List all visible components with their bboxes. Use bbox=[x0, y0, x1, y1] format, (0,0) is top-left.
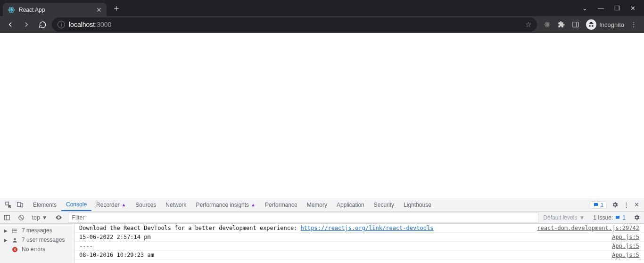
messages-count: 1 bbox=[601, 202, 603, 208]
svg-point-23 bbox=[14, 238, 16, 240]
log-levels-selector[interactable]: Default levels ▼ bbox=[538, 214, 589, 221]
devtools-tab-application[interactable]: Application bbox=[332, 198, 369, 211]
extensions-icon[interactable] bbox=[558, 21, 565, 28]
devtools-tab-sources[interactable]: Sources bbox=[131, 198, 161, 211]
svg-point-20 bbox=[12, 229, 13, 229]
log-message: Download the React DevTools for a better… bbox=[79, 225, 532, 231]
minimize-icon[interactable]: ― bbox=[598, 5, 604, 12]
svg-rect-13 bbox=[5, 215, 10, 220]
console-log-row[interactable]: ----App.js:5 bbox=[74, 242, 644, 251]
svg-line-16 bbox=[20, 216, 23, 219]
console-log-row[interactable]: Download the React DevTools for a better… bbox=[74, 224, 644, 233]
log-source-link[interactable]: App.js:5 bbox=[612, 234, 639, 240]
svg-point-0 bbox=[11, 9, 12, 11]
sidebar-label: 7 user messages bbox=[22, 237, 65, 243]
log-message: ---- bbox=[79, 243, 607, 249]
context-selector[interactable]: top ▼ bbox=[28, 214, 51, 221]
devtools-tab-recorder[interactable]: Recorder▲ bbox=[91, 198, 131, 211]
console-filter-input[interactable] bbox=[68, 212, 539, 223]
error-icon bbox=[11, 246, 18, 253]
extension-react-icon[interactable] bbox=[544, 21, 551, 28]
browser-toolbar: i localhost:3000 ☆ Incognito bbox=[0, 16, 644, 33]
window-controls: ⌄ ― ❐ ✕ bbox=[582, 5, 644, 12]
tab-strip: React App ✕ ＋ ⌄ ― ❐ ✕ bbox=[0, 0, 644, 16]
bookmark-star-icon[interactable]: ☆ bbox=[525, 20, 531, 29]
devtools-tab-performance[interactable]: Performance bbox=[260, 198, 302, 211]
log-source-link[interactable]: App.js:5 bbox=[612, 252, 639, 258]
close-window-icon[interactable]: ✕ bbox=[630, 5, 636, 12]
incognito-label: Incognito bbox=[599, 21, 624, 28]
issues-indicator[interactable]: 1 Issue: 1 bbox=[589, 214, 629, 221]
devtools-tab-elements[interactable]: Elements bbox=[28, 198, 61, 211]
clear-console-icon[interactable] bbox=[14, 214, 28, 221]
devtools-tab-memory[interactable]: Memory bbox=[302, 198, 332, 211]
issues-label: 1 Issue: bbox=[593, 214, 613, 221]
caret-icon: ▶ bbox=[4, 228, 8, 233]
context-label: top bbox=[32, 214, 40, 221]
browser-menu-icon[interactable]: ⋮ bbox=[631, 21, 636, 28]
log-link[interactable]: https://reactjs.org/link/react-devtools bbox=[301, 225, 434, 231]
url-text: localhost:3000 bbox=[69, 21, 111, 28]
console-sidebar-toggle-icon[interactable] bbox=[0, 214, 14, 221]
svg-point-22 bbox=[12, 232, 13, 232]
console-log-row[interactable]: 08-10-2016 10:29:23 amApp.js:5 bbox=[74, 251, 644, 260]
issues-count: 1 bbox=[622, 214, 626, 221]
url-host: localhost bbox=[69, 21, 95, 28]
devtools-close-icon[interactable]: ✕ bbox=[634, 201, 639, 208]
console-settings-icon[interactable] bbox=[629, 214, 644, 221]
react-icon bbox=[8, 6, 15, 14]
tab-close-icon[interactable]: ✕ bbox=[96, 6, 102, 14]
experimental-icon: ▲ bbox=[121, 202, 126, 207]
chevron-down-icon: ▼ bbox=[579, 214, 585, 221]
log-message: 08-10-2016 10:29:23 am bbox=[79, 252, 607, 258]
devtools-settings-icon[interactable] bbox=[611, 201, 619, 208]
address-bar[interactable]: i localhost:3000 ☆ bbox=[52, 17, 537, 32]
url-port: :3000 bbox=[95, 21, 111, 28]
devtools-more-icon[interactable]: ⋮ bbox=[623, 201, 629, 208]
site-info-icon[interactable]: i bbox=[58, 21, 65, 28]
forward-button[interactable] bbox=[20, 18, 33, 31]
log-source-link[interactable]: react-dom.development.js:29742 bbox=[537, 225, 639, 231]
messages-chip[interactable]: 1 bbox=[590, 201, 607, 209]
devtools-tab-lighthouse[interactable]: Lighthouse bbox=[399, 198, 436, 211]
devtools-tab-security[interactable]: Security bbox=[369, 198, 399, 211]
levels-label: Default levels bbox=[543, 214, 577, 221]
chevron-down-icon: ▼ bbox=[42, 214, 48, 221]
svg-rect-8 bbox=[573, 22, 578, 27]
maximize-icon[interactable]: ❐ bbox=[614, 5, 620, 12]
svg-rect-10 bbox=[6, 202, 8, 205]
console-output: Download the React DevTools for a better… bbox=[74, 224, 644, 263]
toolbar-right-icons: Incognito ⋮ bbox=[540, 19, 640, 30]
console-log-row[interactable]: 15-06-2022 2:57:14 pmApp.js:5 bbox=[74, 233, 644, 242]
inspect-element-icon[interactable] bbox=[5, 201, 12, 208]
user-icon bbox=[11, 237, 18, 243]
sidebar-item[interactable]: ▶7 messages bbox=[0, 226, 74, 235]
tab-search-icon[interactable]: ⌄ bbox=[582, 5, 587, 12]
devtools-panel: ElementsConsoleRecorder▲SourcesNetworkPe… bbox=[0, 198, 644, 263]
sidebar-item[interactable]: ▶7 user messages bbox=[0, 235, 74, 245]
experimental-icon: ▲ bbox=[251, 202, 256, 207]
list-icon bbox=[11, 228, 18, 234]
device-toolbar-icon[interactable] bbox=[17, 201, 24, 208]
tab-title: React App bbox=[19, 7, 92, 13]
new-tab-button[interactable]: ＋ bbox=[112, 2, 121, 14]
devtools-tab-performance-insights[interactable]: Performance insights▲ bbox=[191, 198, 260, 211]
sidebar-label: 7 messages bbox=[22, 227, 52, 234]
incognito-indicator[interactable]: Incognito bbox=[586, 19, 624, 30]
log-source-link[interactable]: App.js:5 bbox=[612, 243, 639, 249]
side-panel-icon[interactable] bbox=[572, 21, 579, 28]
console-sidebar: ▶7 messages▶7 user messagesNo errors bbox=[0, 224, 74, 263]
incognito-icon bbox=[586, 19, 596, 30]
caret-icon: ▶ bbox=[4, 238, 8, 243]
page-content bbox=[0, 33, 644, 198]
svg-point-4 bbox=[547, 24, 548, 25]
devtools-tab-console[interactable]: Console bbox=[61, 198, 91, 211]
live-expression-icon[interactable] bbox=[51, 214, 66, 221]
back-button[interactable] bbox=[4, 18, 17, 31]
console-filter bbox=[68, 212, 539, 223]
devtools-tab-network[interactable]: Network bbox=[161, 198, 191, 211]
reload-button[interactable] bbox=[36, 18, 49, 31]
log-message: 15-06-2022 2:57:14 pm bbox=[79, 234, 607, 240]
sidebar-item[interactable]: No errors bbox=[0, 245, 74, 254]
browser-tab[interactable]: React App ✕ bbox=[3, 3, 107, 17]
